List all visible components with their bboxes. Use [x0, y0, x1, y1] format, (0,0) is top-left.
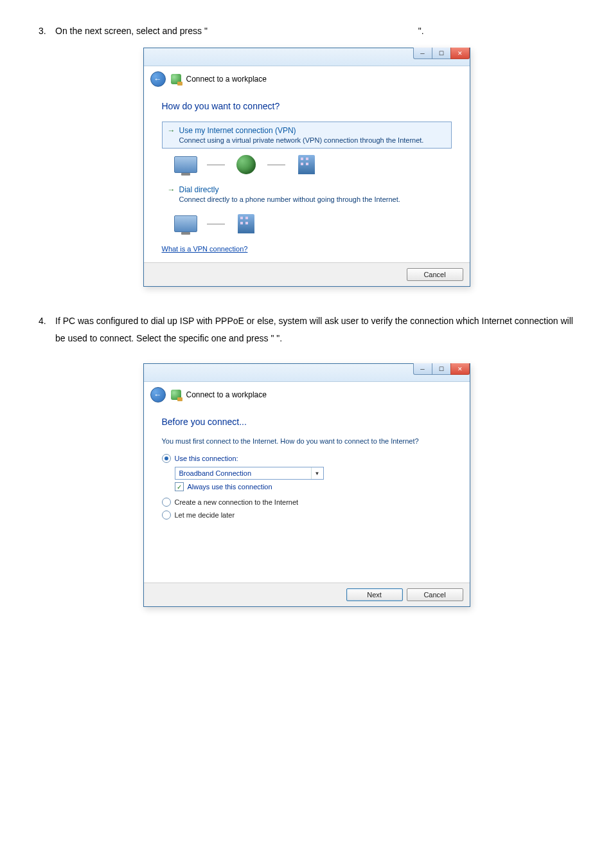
building-icon — [234, 214, 258, 233]
wizard-icon — [171, 74, 181, 84]
dialog-connect-workplace-1: ─ ☐ ✕ ← Connect to a workplace How do yo… — [143, 48, 470, 287]
next-button[interactable]: Next — [346, 588, 403, 601]
item-number: 4. — [39, 316, 55, 326]
monitor-icon — [173, 155, 198, 174]
radio-use-this-connection[interactable]: Use this connection: — [162, 454, 452, 463]
radio-decide-later[interactable]: Let me decide later — [162, 511, 452, 520]
radio-label: Let me decide later — [175, 511, 235, 519]
minimize-button[interactable]: ─ — [413, 48, 432, 59]
dialog-body: How do you want to connect? → Use my Int… — [144, 91, 470, 262]
diagram-dial — [173, 214, 452, 233]
combo-value: Broadband Connection — [175, 467, 311, 479]
titlebar: ─ ☐ ✕ — [144, 364, 470, 382]
page-heading: How do you want to connect? — [162, 101, 452, 111]
item-text: If PC was configured to dial up ISP with… — [55, 312, 574, 347]
dialog-footer: Next Cancel — [144, 583, 470, 606]
connector-line — [207, 224, 225, 224]
breadcrumb: Connect to a workplace — [186, 75, 267, 84]
radio-icon — [162, 511, 171, 520]
dialog-footer: Cancel — [144, 262, 470, 286]
page-heading: Before you connect... — [162, 417, 452, 427]
building-icon — [294, 155, 319, 174]
connector-line — [207, 165, 225, 165]
radio-create-new[interactable]: Create a new connection to the Internet — [162, 498, 452, 507]
chevron-down-icon: ▼ — [311, 467, 323, 479]
window-controls: ─ ☐ ✕ — [414, 363, 470, 375]
arrow-icon: → — [168, 185, 175, 194]
maximize-button[interactable]: ☐ — [432, 48, 451, 59]
close-button[interactable]: ✕ — [450, 48, 470, 59]
monitor-icon — [173, 214, 198, 233]
what-is-vpn-link[interactable]: What is a VPN connection? — [162, 245, 248, 253]
breadcrumb: Connect to a workplace — [186, 390, 267, 399]
item-number: 3. — [39, 26, 55, 36]
option-title: Dial directly — [179, 185, 219, 194]
dialog-connect-workplace-2: ─ ☐ ✕ ← Connect to a workplace Before yo… — [143, 363, 470, 607]
option-use-vpn[interactable]: → Use my Internet connection (VPN) Conne… — [162, 122, 452, 149]
connection-combo[interactable]: Broadband Connection ▼ — [175, 467, 324, 480]
window-controls: ─ ☐ ✕ — [414, 48, 470, 59]
option-title: Use my Internet connection (VPN) — [179, 126, 296, 135]
radio-label: Use this connection: — [175, 455, 238, 462]
dialog-body: Before you connect... You must first con… — [144, 406, 470, 583]
checkbox-icon: ✓ — [175, 482, 184, 491]
checkbox-always-use[interactable]: ✓ Always use this connection — [175, 482, 452, 491]
diagram-vpn — [173, 155, 452, 174]
arrow-icon: → — [168, 126, 175, 135]
item-text: On the next screen, select and press " "… — [55, 26, 424, 36]
doc-item-3: 3. On the next screen, select and press … — [39, 26, 574, 36]
option-desc: Connect directly to a phone number witho… — [179, 195, 446, 203]
close-button[interactable]: ✕ — [450, 363, 470, 375]
checkbox-label: Always use this connection — [188, 483, 272, 491]
maximize-button[interactable]: ☐ — [432, 363, 451, 375]
titlebar: ─ ☐ ✕ — [144, 48, 470, 66]
cancel-button[interactable]: Cancel — [407, 588, 463, 601]
cancel-button[interactable]: Cancel — [407, 268, 463, 281]
globe-icon — [234, 155, 258, 174]
wizard-icon — [171, 390, 181, 400]
minimize-button[interactable]: ─ — [413, 363, 432, 375]
back-button[interactable]: ← — [150, 387, 166, 402]
doc-item-4: 4. If PC was configured to dial up ISP w… — [39, 312, 574, 347]
option-dial-directly[interactable]: → Dial directly Connect directly to a ph… — [162, 181, 452, 208]
back-button[interactable]: ← — [150, 71, 166, 87]
radio-label: Create a new connection to the Internet — [175, 498, 299, 506]
header-row: ← Connect to a workplace — [144, 382, 470, 406]
radio-icon — [162, 454, 171, 463]
radio-icon — [162, 498, 171, 507]
sub-text: You must first connect to the Internet. … — [162, 437, 452, 445]
back-arrow-icon: ← — [154, 75, 162, 84]
back-arrow-icon: ← — [154, 390, 162, 399]
header-row: ← Connect to a workplace — [144, 66, 470, 91]
option-desc: Connect using a virtual private network … — [179, 136, 446, 144]
connector-line — [267, 165, 285, 165]
